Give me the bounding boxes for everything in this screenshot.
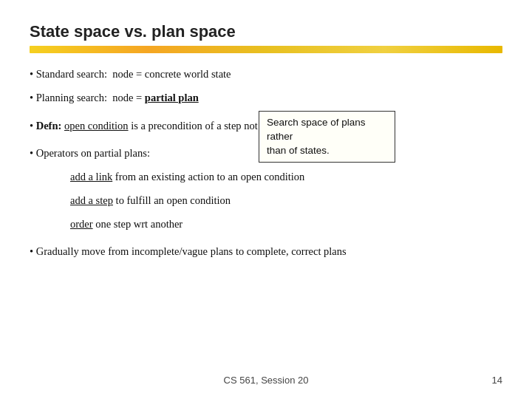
bullet-operators: •	[30, 147, 36, 159]
op2-line: add a step to fulfill an open condition	[70, 193, 502, 209]
bullet-standard: •	[30, 68, 36, 80]
planning-text: Planning search: node =	[36, 92, 145, 103]
tooltip-box: Search space of plans rather than of sta…	[259, 111, 395, 163]
bullet-gradual: •	[30, 245, 36, 257]
op1-line: add a link from an existing action to an…	[70, 169, 502, 185]
slide-content: • Standard search: node = concrete world…	[30, 66, 502, 260]
order-text: order	[70, 218, 93, 230]
slide-footer: CS 561, Session 20 14	[0, 375, 532, 386]
standard-text: Standard search: node = concrete world s…	[36, 68, 231, 80]
yellow-divider	[30, 46, 502, 53]
footer-label: CS 561, Session 20	[0, 375, 532, 386]
standard-search-line: • Standard search: node = concrete world…	[30, 66, 502, 83]
tooltip-line2: than of states.	[267, 145, 330, 156]
slide-title: State space vs. plan space	[30, 22, 502, 41]
add-link-text: add a link	[70, 171, 112, 183]
op1-rest-text: from an existing action to an open condi…	[115, 171, 305, 183]
bullet-defn: •	[30, 120, 36, 132]
bullet-planning: •	[30, 92, 36, 103]
gradual-text: Gradually move from incomplete/vague pla…	[36, 245, 347, 257]
op3-line: order one step wrt another	[70, 216, 502, 233]
operators-header-text: Operators on partial plans:	[36, 147, 150, 159]
page-number: 14	[492, 375, 502, 386]
slide-container: State space vs. plan space • Standard se…	[0, 0, 532, 399]
op2-rest-text: to fulfill an open condition	[116, 194, 231, 206]
partial-plan-text: partial plan	[145, 92, 199, 103]
add-step-text: add a step	[70, 194, 113, 206]
open-condition-text: open condition	[64, 120, 129, 132]
planning-search-line: • Planning search: node = partial plan S…	[30, 90, 502, 106]
op3-rest-text: one step wrt another	[95, 218, 183, 230]
gradual-line: • Gradually move from incomplete/vague p…	[30, 244, 502, 260]
tooltip-line1: Search space of plans rather	[267, 117, 366, 142]
defn-label: Defn:	[36, 120, 64, 132]
